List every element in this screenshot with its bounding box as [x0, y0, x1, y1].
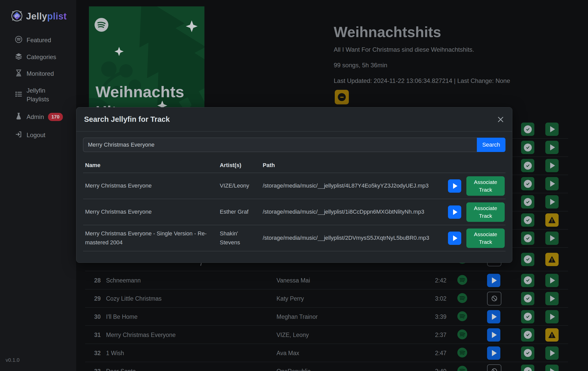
- app-logo-text: Jellyplist: [26, 11, 67, 22]
- track-number: 32: [84, 350, 101, 356]
- play-preview-button[interactable]: [487, 346, 500, 360]
- admin-count-badge: 170: [48, 113, 63, 121]
- table-row[interactable]: 30 I'll Be Home Meghan Trainor 3:39: [76, 308, 588, 326]
- search-results-table: Name Artist(s) Path Merry Christmas Ever…: [83, 158, 505, 251]
- spotify-icon: [457, 347, 468, 359]
- sidebar-item-jellyfin-playlists[interactable]: Jellyfin Playlists: [15, 86, 60, 104]
- sidebar-item-categories[interactable]: Categories: [15, 52, 56, 62]
- table-row[interactable]: 31 Merry Christmas Everyone VIZE, Leony …: [76, 326, 588, 344]
- play-preview-button[interactable]: [448, 179, 461, 193]
- remove-playlist-button[interactable]: [335, 90, 349, 104]
- track-duration: 2:42: [419, 277, 446, 284]
- sidebar-item-admin[interactable]: Admin 170: [15, 112, 63, 122]
- table-row[interactable]: 33 Dear Santa OneRepublic 2:49: [76, 362, 588, 371]
- preview-play-button[interactable]: [545, 274, 559, 287]
- play-preview-button[interactable]: [448, 232, 461, 245]
- result-artists: Shakin' Stevens: [218, 227, 261, 249]
- sidebar-item-featured[interactable]: Featured: [15, 36, 51, 45]
- track-number: 31: [84, 331, 101, 338]
- matched-check-button[interactable]: [521, 123, 534, 136]
- play-preview-button[interactable]: [487, 274, 500, 287]
- table-row[interactable]: 32 1 Wish Ava Max 2:47: [76, 344, 588, 362]
- result-path: /storage/media/music/__jellyplist/1i8CcD…: [261, 205, 446, 218]
- matched-check-button[interactable]: [521, 346, 534, 360]
- matched-check-button[interactable]: [521, 141, 534, 154]
- matched-check-button[interactable]: [521, 274, 534, 287]
- table-row[interactable]: 28 Schneemann Vanessa Mai 2:42: [76, 271, 588, 289]
- modal-title: Search Jellyfin for Track: [84, 115, 170, 124]
- track-title: Schneemann: [106, 277, 141, 284]
- logout-icon: [15, 130, 22, 140]
- spotify-icon: [457, 365, 468, 371]
- track-artist: Katy Perry: [276, 295, 304, 302]
- preview-play-button[interactable]: [545, 195, 559, 209]
- search-result-row: Merry Christmas Everyone VIZE/Leony /sto…: [83, 173, 505, 199]
- column-header-path: Path: [261, 159, 446, 172]
- spotify-icon: [15, 36, 22, 45]
- result-path: /storage/media/music/__jellyplist/2DVmys…: [261, 232, 446, 244]
- matched-check-button[interactable]: [521, 253, 534, 266]
- cover-title-line1: Weihnachts: [96, 83, 184, 101]
- jellyplist-logo-icon: [10, 9, 24, 24]
- preview-play-button[interactable]: [545, 232, 559, 245]
- sidebar-item-label: Monitored: [27, 69, 54, 78]
- sidebar-item-label: Admin: [27, 113, 44, 121]
- play-preview-button[interactable]: [487, 310, 500, 323]
- sidebar-item-monitored[interactable]: Monitored: [15, 69, 54, 78]
- track-duration: 2:49: [419, 368, 446, 371]
- matched-check-button[interactable]: [521, 177, 534, 190]
- sidebar-item-logout[interactable]: Logout: [15, 130, 45, 140]
- search-button[interactable]: Search: [477, 138, 505, 152]
- associate-track-button[interactable]: Associate Track: [466, 202, 505, 222]
- matched-check-button[interactable]: [521, 195, 534, 209]
- app-version: v0.1.0: [6, 357, 19, 363]
- preview-play-button[interactable]: [545, 346, 559, 360]
- track-title: Dear Santa: [106, 368, 136, 371]
- app-logo[interactable]: Jellyplist: [10, 9, 67, 24]
- warning-button[interactable]: [545, 328, 559, 342]
- app-root: Jellyplist Featured Categ: [0, 0, 588, 371]
- play-preview-button[interactable]: [448, 205, 461, 219]
- modal-header: Search Jellyfin for Track: [76, 107, 512, 132]
- close-icon[interactable]: [497, 116, 504, 123]
- track-duration: 3:02: [419, 295, 446, 302]
- sidebar-item-label: Featured: [27, 36, 51, 45]
- sidebar-item-label: Jellyfin Playlists: [27, 86, 60, 104]
- associate-track-button[interactable]: Associate Track: [466, 176, 505, 196]
- modal-body: Search Name Artist(s) Path Merry Christm…: [76, 132, 512, 251]
- warning-button[interactable]: [545, 213, 559, 227]
- no-preview-button[interactable]: [487, 292, 501, 305]
- no-preview-button[interactable]: [487, 364, 501, 371]
- preview-play-button[interactable]: [545, 123, 559, 136]
- preview-play-button[interactable]: [545, 141, 559, 154]
- matched-check-button[interactable]: [521, 365, 534, 371]
- table-row[interactable]: 29 Cozy Little Christmas Katy Perry 3:02: [76, 289, 588, 308]
- matched-check-button[interactable]: [521, 328, 534, 342]
- track-title: 1 Wish: [106, 350, 124, 356]
- track-title: Merry Christmas Everyone: [106, 331, 176, 338]
- matched-check-button[interactable]: [521, 232, 534, 245]
- track-number: 30: [84, 313, 101, 320]
- matched-check-button[interactable]: [521, 159, 534, 172]
- playlist-last-updated: Last Updated: 2024-11-22 13:06:34.827214…: [334, 77, 510, 84]
- matched-check-button[interactable]: [521, 292, 534, 305]
- preview-play-button[interactable]: [545, 292, 559, 305]
- warning-button[interactable]: [545, 253, 559, 266]
- play-preview-button[interactable]: [487, 328, 500, 342]
- track-title: Cozy Little Christmas: [106, 295, 162, 302]
- spotify-logo: [95, 18, 108, 32]
- preview-play-button[interactable]: [545, 159, 559, 172]
- preview-play-button[interactable]: [545, 177, 559, 190]
- matched-check-button[interactable]: [521, 310, 534, 323]
- track-number: 28: [84, 277, 101, 284]
- search-jellyfin-modal: Search Jellyfin for Track Search Name Ar…: [76, 107, 512, 263]
- preview-play-button[interactable]: [545, 310, 559, 323]
- sidebar-item-label: Logout: [27, 131, 45, 139]
- result-name: Merry Christmas Everyone - Single Versio…: [83, 227, 218, 249]
- matched-check-button[interactable]: [521, 213, 534, 227]
- search-input[interactable]: [83, 138, 477, 152]
- sidebar: Jellyplist Featured Categ: [0, 0, 76, 371]
- column-header-artists: Artist(s): [218, 159, 261, 172]
- associate-track-button[interactable]: Associate Track: [466, 228, 505, 248]
- preview-play-button[interactable]: [545, 365, 559, 371]
